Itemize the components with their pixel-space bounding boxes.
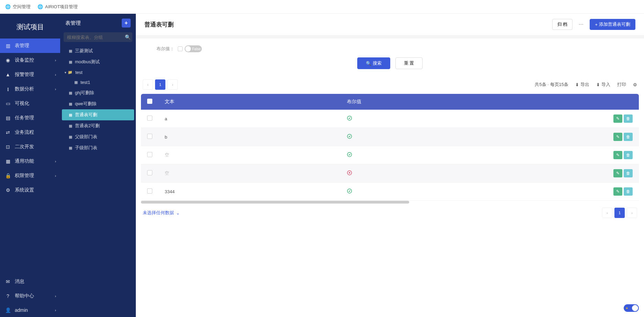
chart-bar-icon: ▥ xyxy=(5,43,11,48)
selection-dropdown[interactable]: 未选择任何数据 ⌄ xyxy=(143,210,180,216)
tree-item-普通表2可删[interactable]: ▦普通表2可删 xyxy=(62,120,134,131)
nav-报警管理[interactable]: ▲报警管理› xyxy=(0,67,60,82)
nav-系统设置[interactable]: ⚙系统设置 xyxy=(0,183,60,197)
export-button[interactable]: ⬇导出 xyxy=(575,81,589,88)
tree-label: 普通表可删 xyxy=(75,112,97,118)
svg-point-1 xyxy=(347,134,352,139)
footer-prev-button[interactable]: ‹ xyxy=(602,208,612,218)
horizontal-scrollbar[interactable] xyxy=(141,201,409,204)
settings-icon[interactable]: ⚙ xyxy=(633,82,637,87)
import-button[interactable]: ⬇导入 xyxy=(596,81,610,88)
table-row: 空 ✎ 🗑 xyxy=(141,164,639,183)
nav-可视化[interactable]: ▭可视化 xyxy=(0,96,60,111)
message-icon: ✉ xyxy=(5,279,11,284)
nav-通用功能[interactable]: ▦通用功能› xyxy=(0,154,60,168)
data-table: 文本 布尔值 a ✎ 🗑 b ✎ 🗑 空 ✎ 🗑 空 xyxy=(141,94,639,201)
tree-item-test[interactable]: ▾📁test xyxy=(62,67,134,77)
download-icon: ⬇ xyxy=(596,82,600,87)
chevron-right-icon: › xyxy=(55,308,56,312)
tree-label: test1 xyxy=(80,80,90,85)
tree-item-modbus测试[interactable]: ▦modbus测试 xyxy=(62,56,134,67)
tree-item-普通表可删[interactable]: ▦普通表可删 xyxy=(62,109,134,120)
table-icon: ▦ xyxy=(69,49,72,53)
nav-label: 可视化 xyxy=(15,100,29,107)
delete-button[interactable]: 🗑 xyxy=(624,151,633,159)
top-bar: 🌐 空间管理 🌐 AIRIOT项目管理 xyxy=(0,0,644,14)
task-icon: ▤ xyxy=(5,115,11,121)
page-title: 普通表可删 xyxy=(144,21,174,29)
tree-item-父级部门表[interactable]: ▦父级部门表 xyxy=(62,131,134,142)
more-icon[interactable]: ⋯ xyxy=(576,20,586,29)
nav-label: 业务流程 xyxy=(15,129,34,135)
main-content: 普通表可删 归 档 ⋯ + 添加普通表可删 布尔值： False xyxy=(136,14,644,317)
edit-button[interactable]: ✎ xyxy=(613,114,622,123)
nav-设备监控[interactable]: ◉设备监控› xyxy=(0,53,60,67)
bool-checkbox[interactable] xyxy=(178,46,183,51)
nav-消息[interactable]: ✉消息 xyxy=(0,274,60,289)
reset-button[interactable]: 重 置 xyxy=(395,57,423,69)
table-search-box[interactable]: 🔍 xyxy=(64,32,132,42)
select-all-checkbox[interactable] xyxy=(147,99,152,104)
row-checkbox[interactable] xyxy=(147,188,152,194)
col-actions xyxy=(560,94,639,110)
flow-icon: ⇄ xyxy=(5,130,11,135)
edit-button[interactable]: ✎ xyxy=(613,133,622,141)
nav-业务流程[interactable]: ⇄业务流程 xyxy=(0,125,60,140)
print-button[interactable]: 打印 xyxy=(617,81,626,88)
dashboard-icon: ◉ xyxy=(5,57,11,63)
tree-label: 子级部门表 xyxy=(75,145,97,151)
row-checkbox[interactable] xyxy=(147,116,152,121)
space-management-link[interactable]: 🌐 空间管理 xyxy=(5,4,31,10)
theme-toggle[interactable]: ✦ xyxy=(624,304,639,312)
nav-任务管理[interactable]: ▤任务管理 xyxy=(0,111,60,125)
chevron-right-icon: › xyxy=(55,174,56,178)
nav-admin[interactable]: 👤admin› xyxy=(0,303,60,317)
nav-表管理[interactable]: ▥表管理 xyxy=(0,39,60,53)
tree-item-test1[interactable]: ▦test1 xyxy=(62,77,134,87)
tree-item-三菱测试[interactable]: ▦三菱测试 xyxy=(62,45,134,56)
edit-button[interactable]: ✎ xyxy=(613,169,622,177)
page-1-button[interactable]: 1 xyxy=(155,79,165,90)
nav-数据分析[interactable]: ⫿数据分析› xyxy=(0,82,60,96)
nav-二次开发[interactable]: ⊡二次开发 xyxy=(0,140,60,154)
edit-button[interactable]: ✎ xyxy=(613,187,622,196)
footer-page-1[interactable]: 1 xyxy=(614,208,625,218)
divider xyxy=(136,35,644,39)
tree-item-子级部门表[interactable]: ▦子级部门表 xyxy=(62,142,134,153)
add-table-button[interactable]: + xyxy=(122,19,131,28)
tree-label: qwe可删除 xyxy=(75,101,97,107)
search-icon: 🔍 xyxy=(125,34,131,40)
tree-label: test xyxy=(75,70,83,75)
delete-button[interactable]: 🗑 xyxy=(624,169,633,177)
dev-icon: ⊡ xyxy=(5,144,11,150)
table-icon: ▦ xyxy=(74,80,78,85)
search-input[interactable] xyxy=(67,35,125,40)
chevron-right-icon: › xyxy=(55,160,56,163)
col-text[interactable]: 文本 xyxy=(159,94,341,110)
tree-item-ghj可删除[interactable]: ▦ghj可删除 xyxy=(62,87,134,98)
tree-item-qwe可删除[interactable]: ▦qwe可删除 xyxy=(62,98,134,109)
edit-button[interactable]: ✎ xyxy=(613,151,622,159)
star-icon: ✦ xyxy=(625,306,628,310)
nav-帮助中心[interactable]: ?帮助中心› xyxy=(0,289,60,303)
archive-button[interactable]: 归 档 xyxy=(552,19,573,30)
search-button[interactable]: 🔍 搜索 xyxy=(357,57,390,69)
delete-button[interactable]: 🗑 xyxy=(624,114,633,123)
nav-权限管理[interactable]: 🔒权限管理› xyxy=(0,168,60,183)
row-checkbox[interactable] xyxy=(147,152,152,157)
row-checkbox[interactable] xyxy=(147,170,152,175)
bool-switch[interactable]: False xyxy=(185,45,202,52)
delete-button[interactable]: 🗑 xyxy=(624,187,633,196)
row-checkbox[interactable] xyxy=(147,134,152,139)
next-page-button[interactable]: › xyxy=(167,79,178,90)
col-bool[interactable]: 布尔值 xyxy=(341,94,560,110)
plus-icon: + xyxy=(595,22,598,27)
prev-page-button[interactable]: ‹ xyxy=(143,79,153,90)
footer-next-button[interactable]: › xyxy=(627,208,637,218)
check-circle-icon xyxy=(347,152,352,158)
add-record-button[interactable]: + 添加普通表可删 xyxy=(590,19,635,30)
project-management-link[interactable]: 🌐 AIRIOT项目管理 xyxy=(37,4,78,10)
check-circle-icon xyxy=(347,134,352,140)
lock-icon: 🔒 xyxy=(5,173,11,178)
delete-button[interactable]: 🗑 xyxy=(624,133,633,141)
